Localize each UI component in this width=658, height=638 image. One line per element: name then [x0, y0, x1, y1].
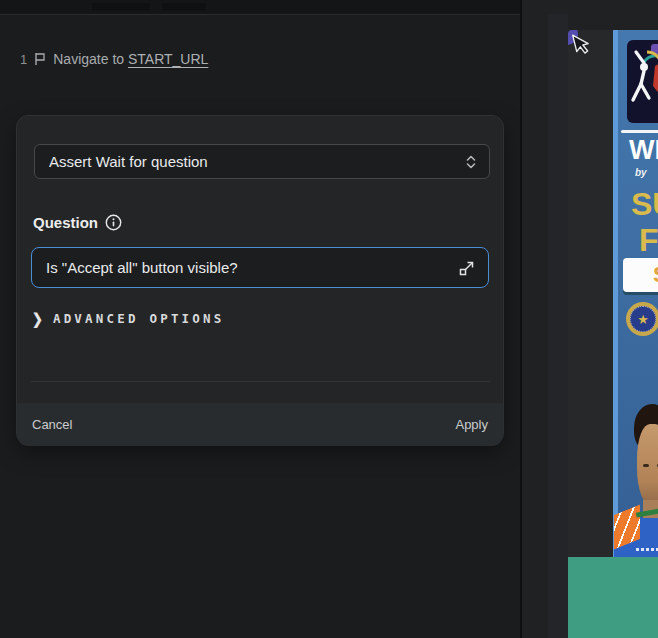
bcci-emblem-inner: ★: [630, 306, 656, 332]
ad-promo-line2: F: [639, 222, 658, 259]
advanced-options-toggle[interactable]: ❯ ADVANCED OPTIONS: [32, 311, 225, 326]
select-chevrons-icon: [465, 154, 477, 170]
start-url-link[interactable]: START_URL: [128, 51, 208, 67]
cancel-button[interactable]: Cancel: [32, 417, 72, 432]
ad-promo-line1: SU: [631, 186, 658, 223]
advanced-options-label: ADVANCED OPTIONS: [53, 311, 225, 326]
cursor-icon: [570, 32, 594, 58]
question-label: Question: [33, 214, 98, 231]
step-action-label: Navigate to START_URL: [53, 51, 208, 67]
tournament-logo: [627, 40, 658, 123]
top-bar-tab-hint: [162, 3, 206, 11]
player-photo: [618, 360, 658, 557]
cookie-banner-region: [568, 557, 658, 638]
bcci-emblem: ★: [626, 302, 658, 336]
question-input-value: Is "Accept all" button visible?: [46, 259, 458, 276]
star-icon: ★: [637, 313, 649, 326]
dialog-footer: Cancel Apply: [17, 403, 503, 446]
browser-preview-viewport[interactable]: WI by SU F S ★: [568, 30, 658, 638]
action-type-select[interactable]: Assert Wait for question: [34, 144, 490, 179]
flag-icon: [34, 52, 46, 66]
action-type-value: Assert Wait for question: [49, 153, 465, 170]
step-number: 1: [20, 52, 27, 67]
chevron-right-icon: ❯: [32, 310, 43, 327]
ad-cta-label: S: [623, 262, 658, 288]
ad-divider: [621, 130, 658, 133]
cricket-ad: WI by SU F S ★: [613, 30, 658, 557]
dialog-divider: [31, 381, 490, 382]
preview-panel-strip: [548, 14, 568, 638]
ad-cta-button: S: [623, 258, 658, 292]
edit-step-dialog: Assert Wait for question Question Is "Ac…: [16, 115, 504, 445]
expand-icon[interactable]: [458, 259, 476, 277]
apply-button[interactable]: Apply: [455, 417, 488, 432]
top-bar-tab-hint: [92, 3, 150, 11]
question-input[interactable]: Is "Accept all" button visible?: [31, 247, 489, 288]
player-jersey-sponsor-text: [636, 548, 658, 551]
ad-headline: WI: [629, 135, 658, 166]
test-step-row[interactable]: 1 Navigate to START_URL: [20, 49, 208, 69]
panel-separator: [520, 0, 522, 638]
ad-byline: by: [635, 167, 647, 178]
player-eye: [643, 464, 649, 467]
question-label-row: Question: [33, 214, 122, 231]
info-icon[interactable]: [105, 214, 122, 231]
